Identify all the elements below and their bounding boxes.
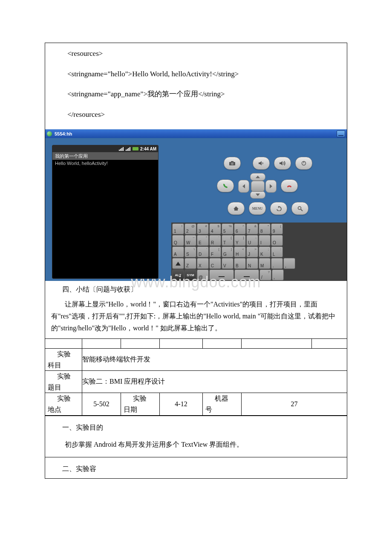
date-label: 实验 日期 [121, 393, 160, 415]
key-,[interactable]: , [283, 258, 295, 269]
location-value: 5-502 [82, 393, 121, 415]
end-call-button[interactable] [281, 179, 298, 192]
call-button[interactable] [217, 179, 234, 192]
dpad-center[interactable] [251, 181, 265, 192]
status-time: 2:44 AM [140, 147, 156, 151]
key-H[interactable]: H< [234, 246, 246, 257]
key-4[interactable]: 4$ [209, 223, 221, 234]
phone-app-title: 我的第一个应用 [52, 152, 158, 160]
key-B[interactable]: B [234, 258, 246, 269]
svg-rect-3 [123, 147, 124, 151]
key-L[interactable]: L: [271, 246, 283, 257]
menu-button[interactable]: MENU [249, 202, 266, 215]
key-N[interactable]: N [246, 258, 258, 269]
title-label: 实验 题目 [45, 371, 82, 393]
key-O[interactable]: O [271, 235, 283, 246]
dpad-left[interactable] [238, 180, 249, 193]
machine-value: 27 [242, 393, 347, 415]
volume-down-button[interactable] [253, 157, 270, 170]
key-3[interactable]: 3# [197, 223, 209, 234]
key-ALT[interactable]: ALT [172, 269, 184, 280]
svg-rect-0 [119, 150, 120, 151]
key-/[interactable]: /? [259, 269, 271, 280]
key-1[interactable]: 1! [172, 223, 184, 234]
key-R[interactable]: R` [209, 235, 221, 246]
key-SYM[interactable]: SYM [184, 269, 196, 280]
svg-marker-11 [259, 161, 262, 165]
svg-rect-1 [120, 149, 121, 151]
date-value: 4-12 [160, 393, 203, 415]
back-button[interactable] [270, 202, 287, 215]
search-button[interactable] [291, 202, 308, 215]
key-J[interactable]: J> [246, 246, 258, 257]
key-X[interactable]: X [197, 258, 209, 269]
key-T[interactable]: T{ [222, 235, 233, 246]
key-.[interactable]: . [271, 258, 283, 269]
phone-status-bar: 2:44 AM [52, 145, 158, 152]
key-5[interactable]: 5% [222, 223, 233, 234]
svg-point-10 [231, 162, 233, 165]
keyboard[interactable]: 1!2@3#4$5%6^7&8*9( QW~E"R`T{Y}U-IO AS\D'… [171, 223, 347, 281]
summary-body: 让屏幕上显示"Hello，world！"，窗口右边有一个"Activities"… [45, 297, 347, 338]
svg-rect-2 [121, 148, 122, 151]
power-button[interactable] [295, 157, 312, 170]
key-D[interactable]: D' [197, 246, 209, 257]
location-label: 实验 地点 [45, 393, 82, 415]
svg-marker-15 [256, 176, 260, 178]
home-button[interactable] [228, 202, 245, 215]
svg-line-22 [301, 209, 303, 211]
key-,[interactable]: , [272, 269, 284, 280]
code-line-4: </resources> [53, 109, 339, 120]
key-F[interactable]: F[ [209, 246, 221, 257]
key-C[interactable]: C [209, 258, 221, 269]
key-shift[interactable] [172, 258, 184, 269]
key-@[interactable]: @ [197, 269, 209, 280]
svg-marker-18 [270, 184, 272, 188]
svg-marker-20 [278, 206, 279, 208]
key-8[interactable]: 8* [259, 223, 271, 234]
emulator-title: 5554:hh [55, 131, 72, 136]
key-V[interactable]: V [222, 258, 233, 269]
code-line-2: <stringname="hello">Hello World, helloAc… [53, 69, 339, 80]
section-1: 一、实验目的 初步掌握 Android 布局开发并运用多个 TextView 界… [45, 416, 347, 457]
phone-app-content: Hello World, helloActivity! [52, 160, 158, 279]
key-I[interactable]: I [259, 235, 271, 246]
key-G[interactable]: G] [222, 246, 233, 257]
dpad-up[interactable] [250, 173, 265, 181]
minimize-button[interactable] [337, 130, 345, 137]
key-space[interactable] [209, 269, 234, 280]
key-S[interactable]: S\ [184, 246, 196, 257]
key-M[interactable]: M [259, 258, 271, 269]
section-2-heading: 二、实验容 [51, 462, 341, 475]
dpad[interactable] [238, 173, 277, 199]
key-Q[interactable]: Q [172, 235, 184, 246]
dpad-down[interactable] [250, 191, 265, 199]
phone-screen: 2:44 AM 我的第一个应用 Hello World, helloActivi… [52, 145, 159, 279]
key-W[interactable]: W~ [184, 235, 196, 246]
key-K[interactable]: K; [259, 246, 271, 257]
svg-rect-9 [231, 161, 233, 162]
code-line-3: <stringname="app_name">我的第一个应用</string> [53, 89, 339, 100]
key-2[interactable]: 2@ [184, 223, 196, 234]
volume-up-button[interactable] [274, 157, 291, 170]
emulator-window: 5554:hh 2:44 AM 我的第一个应用 Hello World, hel… [45, 129, 347, 281]
subject-label: 实验 科目 [45, 349, 82, 371]
key-E[interactable]: E" [197, 235, 209, 246]
subject-value: 智能移动终端软件开发 [82, 349, 347, 371]
key-9[interactable]: 9( [271, 223, 283, 234]
dpad-right[interactable] [265, 180, 277, 193]
key-A[interactable]: A [172, 246, 184, 257]
info-table: 实验 科目 智能移动终端软件开发 实验 题目 实验二：BMI 应用程序设计 实验… [45, 338, 347, 416]
key-Z[interactable]: Z [184, 258, 196, 269]
camera-button[interactable] [224, 157, 241, 170]
key-Y[interactable]: Y} [234, 235, 246, 246]
svg-marker-12 [280, 161, 282, 165]
key-7[interactable]: 7& [246, 223, 258, 234]
emulator-titlebar: 5554:hh [45, 130, 347, 138]
key-6[interactable]: 6^ [234, 223, 246, 234]
section-1-heading: 一、实验目的 [51, 421, 341, 434]
section-1-body: 初步掌握 Android 布局开发并运用多个 TextView 界面组件。 [51, 438, 341, 451]
key-U[interactable]: U- [246, 235, 258, 246]
key-space2[interactable] [234, 269, 259, 280]
section-2: 二、实验容 [45, 457, 347, 478]
